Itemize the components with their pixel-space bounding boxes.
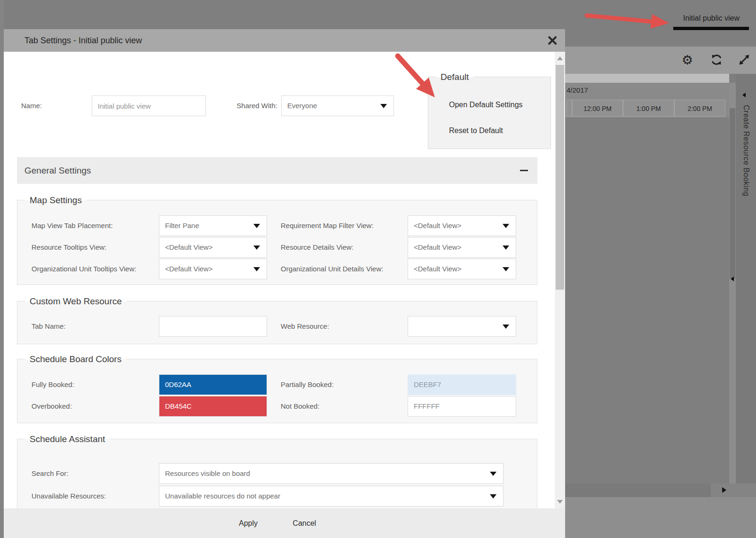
dropdown-value: Unavailable resources do not appear [165,492,280,500]
expand-fullscreen-icon[interactable] [737,53,751,67]
close-icon[interactable] [547,35,558,46]
board-date-row: 4/2017 [565,83,729,100]
board-hscroll-thumb[interactable] [565,483,711,497]
time-cell-stub [567,100,572,117]
unavailable-resources-label: Unavailable Resources: [32,486,106,506]
collapse-minus-icon[interactable] [520,170,528,171]
dropdown-value: Filter Pane [165,222,199,229]
selected-tab-indicator [673,27,749,30]
shared-with-dropdown[interactable]: Everyone [281,95,394,116]
board-horizontal-scrollbar[interactable] [565,483,756,497]
unavailable-resources-dropdown[interactable]: Unavailable resources do not appear [159,486,504,506]
dropdown-value: <Default View> [165,265,213,273]
reset-to-default-link[interactable]: Reset to Default [449,127,503,135]
partially-booked-label: Partially Booked: [281,374,334,395]
requirement-map-filter-view-dropdown[interactable]: <Default View> [408,215,516,236]
scroll-up-icon[interactable] [557,56,563,60]
custom-web-resource-section: Custom Web Resource Tab Name: Web Resour… [17,301,537,344]
board-bottom-band [565,497,756,538]
collapse-left-icon[interactable] [731,277,734,281]
shared-with-value: Everyone [287,102,317,110]
resource-tooltips-view-label: Resource Tooltips View: [32,237,107,258]
resource-details-view-dropdown[interactable]: <Default View> [408,237,516,258]
panel-collapse-icon[interactable] [742,93,746,97]
web-resource-dropdown[interactable] [408,316,516,337]
chevron-down-icon [253,267,260,271]
date-header: 4/2017 [567,86,588,94]
dialog-scroll-thumb[interactable] [556,65,564,290]
board-toolbar: ⚙ [565,47,756,74]
board-header-separator [565,74,729,83]
chevron-down-icon [490,494,496,498]
org-unit-tooltips-view-dropdown[interactable]: <Default View> [159,259,267,279]
fully-booked-color-input[interactable]: 0D62AA [159,374,267,395]
not-booked-color-input[interactable]: FFFFFF [408,396,516,417]
dropdown-value: <Default View> [414,222,461,229]
fully-booked-label: Fully Booked: [32,374,74,395]
dialog-title: Tab Settings - Initial public view [24,29,142,52]
default-section: Default Open Default Settings Reset to D… [428,77,551,149]
org-unit-details-view-dropdown[interactable]: <Default View> [408,259,516,279]
cancel-button[interactable]: Cancel [282,508,327,538]
board-vertical-scrollbar[interactable] [729,83,736,483]
time-cell: 12:00 PM [572,100,623,117]
chevron-down-icon [503,245,509,250]
schedule-assistant-section: Schedule Assistant Search For: Resources… [17,439,537,508]
map-view-tab-placement-dropdown[interactable]: Filter Pane [159,215,267,236]
tab-settings-dialog: Tab Settings - Initial public view Name:… [4,29,565,538]
partially-booked-color-input[interactable]: DEEBF7 [408,374,516,395]
time-cell: 1:00 PM [623,100,674,117]
overbooked-color-input[interactable]: DB454C [159,396,267,417]
chevron-down-icon [490,472,496,476]
tab-name-input[interactable] [159,316,267,337]
schedule-board-background: Initial public view ⚙ [565,0,756,538]
board-tab-initial-public-view[interactable]: Initial public view [677,12,746,25]
map-settings-legend: Map Settings [25,194,87,206]
gear-glyph: ⚙ [682,53,693,67]
resource-tooltips-view-dropdown[interactable]: <Default View> [159,237,267,258]
org-unit-tooltips-view-label: Organizational Unit Tooltips View: [32,259,136,279]
dropdown-value: <Default View> [165,243,213,251]
dialog-titlebar: Tab Settings - Initial public view [4,29,565,52]
dropdown-value: <Default View> [414,243,461,251]
refresh-icon[interactable] [709,53,724,67]
general-settings-title: General Settings [24,157,91,184]
scroll-right-icon[interactable] [722,487,726,493]
open-default-settings-link[interactable]: Open Default Settings [449,101,523,109]
screenshot-stage: Initial public view ⚙ [0,0,756,538]
apply-button[interactable]: Apply [225,508,272,538]
chevron-down-icon [253,245,260,250]
board-time-header-row: 12:00 PM 1:00 PM 2:00 PM [565,100,729,118]
resource-details-view-label: Resource Details View: [281,237,354,258]
scroll-down-icon[interactable] [557,500,563,504]
name-input[interactable] [92,95,206,116]
search-for-dropdown[interactable]: Resources visible on board [159,463,504,484]
web-resource-label: Web Resource: [281,316,329,337]
chevron-down-icon [503,224,509,228]
general-settings-header[interactable]: General Settings [17,157,537,184]
name-label: Name: [21,95,42,116]
chevron-down-icon [503,324,509,329]
chevron-down-icon [503,267,509,271]
gear-icon[interactable]: ⚙ [680,53,694,67]
create-resource-booking-panel[interactable]: Create Resource Booking [736,74,756,483]
dropdown-value: <Default View> [414,265,461,273]
custom-web-resource-legend: Custom Web Resource [25,295,126,308]
overbooked-label: Overbooked: [32,396,72,417]
chevron-down-icon [253,224,260,228]
side-panel-title: Create Resource Booking [742,105,750,197]
map-settings-section: Map Settings Map View Tab Placement: Fil… [17,200,537,285]
dialog-footer: Apply Cancel [4,508,565,538]
shared-with-label: Shared With: [225,95,277,116]
dropdown-value: Resources visible on board [165,469,250,477]
schedule-board-colors-section: Schedule Board Colors Fully Booked: 0D62… [17,359,537,423]
not-booked-label: Not Booked: [281,396,320,417]
dialog-scrollbar[interactable] [555,52,565,508]
search-for-label: Search For: [32,463,68,484]
default-legend: Default [436,71,473,83]
board-vscroll-thumb[interactable] [730,108,735,278]
chevron-down-icon [380,104,387,108]
map-view-tab-placement-label: Map View Tab Placement: [32,215,113,236]
backdrop-left-edge [0,0,4,538]
requirement-map-filter-view-label: Requirement Map Filter View: [281,215,373,236]
